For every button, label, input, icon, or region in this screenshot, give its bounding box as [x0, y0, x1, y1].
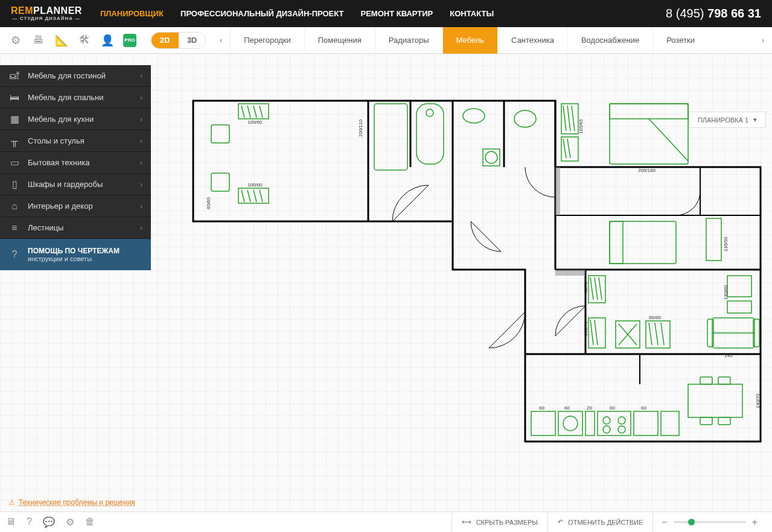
footer-icon-group: 🖥 ? 💬 ⚙ 🗑 — [6, 516, 95, 528]
svg-text:100/70: 100/70 — [583, 321, 589, 336]
svg-rect-63 — [727, 301, 751, 313]
scroll-right-icon[interactable]: › — [754, 27, 772, 54]
sidebar-label: Лестницы — [28, 223, 133, 232]
svg-point-24 — [426, 109, 433, 116]
nav-planner[interactable]: ПЛАНИРОВЩИК — [100, 9, 164, 18]
svg-text:100/60: 100/60 — [247, 182, 263, 188]
svg-text:60: 60 — [564, 405, 570, 411]
svg-point-26 — [514, 110, 536, 127]
logo-planner: PLANNER — [33, 5, 82, 16]
tech-problems-text: Технические проблемы и решения — [19, 498, 135, 507]
sidebar-item-kitchen[interactable]: ▦ Мебель для кухни › — [0, 109, 151, 130]
hide-dimensions-button[interactable]: ⟷ СКРЫТЬ РАЗМЕРЫ — [451, 512, 547, 533]
help-icon[interactable]: ? — [27, 516, 32, 528]
sidebar-label: Шкафы и гардеробы — [28, 180, 133, 189]
scroll-left-icon[interactable]: ‹ — [212, 27, 230, 54]
user-icon[interactable]: 👤 — [100, 33, 115, 48]
tab-plumbing[interactable]: Сантехника — [497, 27, 567, 54]
question-icon: ? — [8, 249, 21, 261]
tech-problems-link[interactable]: ⚠ Технические проблемы и решения — [8, 498, 135, 507]
zoom-slider[interactable] — [674, 521, 746, 523]
footer-bar: 🖥 ? 💬 ⚙ 🗑 ⟷ СКРЫТЬ РАЗМЕРЫ ↶ ОТМЕНИТЬ ДЕ… — [0, 511, 772, 532]
sidebar-item-appliances[interactable]: ▭ Бытовая техника › — [0, 152, 151, 174]
zoom-in-button[interactable]: + — [752, 517, 758, 528]
home-icon: ⌂ — [8, 200, 21, 212]
svg-rect-53 — [585, 411, 595, 435]
chat-icon[interactable]: 💬 — [43, 516, 55, 528]
sidebar-item-wardrobes[interactable]: ▯ Шкафы и гардеробы › — [0, 174, 151, 195]
svg-rect-45 — [688, 384, 742, 417]
tools-icon[interactable]: 🛠 — [77, 33, 92, 48]
logo[interactable]: REMPLANNER — СТУДИЯ ДИЗАЙНА — — [11, 6, 82, 21]
sidebar-item-stairs[interactable]: ≡ Лестницы › — [0, 217, 151, 239]
tab-rooms[interactable]: Помещения — [304, 27, 375, 54]
svg-text:140: 140 — [724, 353, 733, 358]
tabs-container: ‹ Перегородки Помещения Радиаторы Мебель… — [212, 27, 772, 54]
tab-sockets[interactable]: Розетки — [652, 27, 708, 54]
nav-design[interactable]: ПРОФЕССИОНАЛЬНЫЙ ДИЗАЙН-ПРОЕКТ — [180, 9, 343, 18]
tool-icons-group: ⚙ 🖶 📐 🛠 👤 PRO — [0, 33, 145, 48]
svg-rect-47 — [718, 377, 730, 384]
svg-rect-61 — [706, 218, 721, 261]
chevron-right-icon: › — [140, 224, 142, 232]
svg-text:200/110: 200/110 — [358, 119, 363, 137]
cabinet-icon: ▦ — [8, 113, 21, 125]
bed-icon: 🛏 — [8, 92, 21, 104]
toolbar: ⚙ 🖶 📐 🛠 👤 PRO 2D 3D ‹ Перегородки Помеще… — [0, 27, 772, 54]
svg-text:60: 60 — [641, 405, 646, 411]
screen-icon[interactable]: 🖥 — [6, 516, 16, 528]
category-tabs: Перегородки Помещения Радиаторы Мебель С… — [230, 27, 754, 54]
print-icon[interactable]: 🖶 — [31, 33, 46, 48]
phone-number[interactable]: 8 (495) 798 66 31 — [666, 7, 761, 21]
pro-badge[interactable]: PRO — [123, 34, 136, 47]
tab-walls[interactable]: Перегородки — [230, 27, 304, 54]
svg-rect-46 — [700, 377, 712, 384]
sidebar-item-living[interactable]: 🛋 Мебель для гостиной › — [0, 65, 151, 87]
gear-icon[interactable]: ⚙ — [66, 516, 74, 528]
ruler-icon[interactable]: 📐 — [54, 33, 69, 48]
tv-icon: ▭ — [8, 157, 21, 169]
sidebar-help-button[interactable]: ? ПОМОЩЬ ПО ЧЕРТЕЖАМ инструкции и советы — [0, 239, 151, 270]
chevron-right-icon: › — [140, 115, 142, 124]
sidebar-item-tables[interactable]: ╥ Столы и стулья › — [0, 130, 151, 152]
view-2d-button[interactable]: 2D — [152, 33, 179, 48]
chevron-right-icon: › — [140, 72, 142, 80]
svg-rect-62 — [727, 276, 751, 297]
chevron-right-icon: › — [140, 137, 142, 145]
undo-button[interactable]: ↶ ОТМЕНИТЬ ДЕЙСТВИЕ — [547, 512, 652, 533]
svg-rect-60 — [661, 411, 679, 435]
tab-water[interactable]: Водоснабжение — [567, 27, 652, 54]
sidebar-label: Интерьер и декор — [28, 201, 133, 211]
wardrobe-icon: ▯ — [8, 179, 21, 191]
svg-rect-51 — [558, 411, 582, 435]
zoom-thumb[interactable] — [688, 519, 695, 525]
sidebar-label: Столы и стулья — [28, 136, 133, 145]
nav-contacts[interactable]: КОНТАКТЫ — [450, 9, 494, 18]
svg-line-15 — [471, 221, 501, 252]
sidebar-label: Мебель для спальни — [28, 93, 133, 102]
svg-rect-12 — [555, 167, 560, 215]
chevron-right-icon: › — [140, 93, 142, 102]
view-3d-button[interactable]: 3D — [179, 33, 206, 48]
sidebar-item-bedroom[interactable]: 🛏 Мебель для спальни › — [0, 87, 151, 109]
svg-text:20: 20 — [587, 405, 592, 411]
nav-repair[interactable]: РЕМОНТ КВАРТИР — [360, 9, 433, 18]
svg-point-58 — [618, 426, 625, 433]
main-header: REMPLANNER — СТУДИЯ ДИЗАЙНА — ПЛАНИРОВЩИ… — [0, 0, 772, 27]
sidebar-item-decor[interactable]: ⌂ Интерьер и декор › — [0, 195, 151, 217]
sidebar-help-text: ПОМОЩЬ ПО ЧЕРТЕЖАМ инструкции и советы — [28, 247, 120, 262]
svg-text:130/60: 130/60 — [723, 285, 729, 300]
floorplan-drawing[interactable]: 100/60 100/60 60/60 200/110 165/65 200/1… — [187, 95, 767, 457]
tab-furniture[interactable]: Мебель — [442, 27, 498, 54]
svg-rect-49 — [718, 417, 730, 425]
warning-icon: ⚠ — [8, 498, 15, 507]
zoom-out-button[interactable]: − — [662, 517, 667, 528]
settings-icon[interactable]: ⚙ — [8, 33, 23, 48]
sidebar-label: Бытовая техника — [28, 158, 133, 167]
svg-line-17 — [555, 306, 585, 336]
tab-radiators[interactable]: Радиаторы — [375, 27, 442, 54]
svg-rect-32 — [610, 104, 688, 119]
svg-rect-34 — [610, 221, 623, 264]
help-title: ПОМОЩЬ ПО ЧЕРТЕЖАМ — [28, 247, 120, 255]
trash-icon[interactable]: 🗑 — [85, 516, 95, 528]
